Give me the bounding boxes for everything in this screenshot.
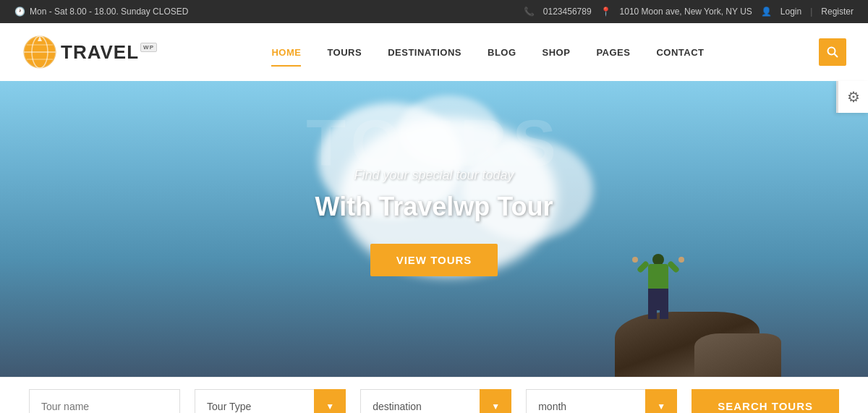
search-bar: Tour Type Adventure Cultural Beach Mount… xyxy=(0,377,868,413)
clock-icon: 🕐 xyxy=(14,7,25,17)
top-bar: 🕐 Mon - Sat 8.00 - 18.00. Sunday CLOSED … xyxy=(0,0,868,23)
destination-wrapper: destination Paris New York Tokyo London … xyxy=(360,389,511,414)
hero-subtitle: Find your special tour today xyxy=(315,168,553,183)
nav-tours[interactable]: TOURS xyxy=(314,27,375,78)
svg-point-6 xyxy=(828,48,835,55)
logo-travel-text: TRAVELWP xyxy=(61,41,157,64)
separator: | xyxy=(810,7,812,17)
settings-panel[interactable]: ⚙ xyxy=(836,81,868,113)
rock-element xyxy=(579,290,796,377)
person-silhouette xyxy=(644,254,673,319)
wp-badge: WP xyxy=(140,43,157,52)
search-icon xyxy=(827,46,838,58)
nav-search-button[interactable] xyxy=(819,38,846,66)
svg-line-7 xyxy=(835,54,838,58)
hours-text: Mon - Sat 8.00 - 18.00. Sunday CLOSED xyxy=(30,7,188,17)
month-wrapper: month January February March April May J… xyxy=(526,389,677,414)
login-link[interactable]: Login xyxy=(780,7,801,17)
pin-icon: 📍 xyxy=(600,7,611,17)
search-tours-button[interactable]: SEARCH TOURS xyxy=(692,389,839,414)
globe-icon xyxy=(22,34,58,70)
logo[interactable]: TRAVELWP xyxy=(22,34,157,70)
month-select[interactable]: month January February March April May J… xyxy=(526,389,677,414)
register-link[interactable]: Register xyxy=(821,7,854,17)
phone-text: 0123456789 xyxy=(543,7,592,17)
top-bar-left: 🕐 Mon - Sat 8.00 - 18.00. Sunday CLOSED xyxy=(14,7,188,17)
hero-content: Find your special tour today With Travel… xyxy=(315,168,553,276)
address-text: 1010 Moon ave, New York, NY US xyxy=(620,7,752,17)
top-bar-right: 📞 0123456789 📍 1010 Moon ave, New York, … xyxy=(524,7,854,17)
view-tours-button[interactable]: VIEW TOURS xyxy=(370,244,498,276)
tour-name-input[interactable] xyxy=(29,389,180,414)
hero-section: ToURS Find your special tour today With … xyxy=(0,81,868,377)
nav-destinations[interactable]: DESTINATIONS xyxy=(375,27,475,78)
nav-pages[interactable]: PAGES xyxy=(583,27,643,78)
phone-icon: 📞 xyxy=(524,7,535,17)
tour-type-wrapper: Tour Type Adventure Cultural Beach Mount… xyxy=(195,389,346,414)
nav-blog[interactable]: BLOG xyxy=(475,27,529,78)
destination-select[interactable]: destination Paris New York Tokyo London xyxy=(360,389,511,414)
hero-title: With Travelwp Tour xyxy=(315,192,553,222)
user-icon: 👤 xyxy=(761,7,772,17)
nav-home[interactable]: HOME xyxy=(258,27,314,78)
tour-name-wrapper xyxy=(29,389,180,414)
nav-shop[interactable]: SHOP xyxy=(529,27,584,78)
nav-contact[interactable]: CONTACT xyxy=(643,27,717,78)
tour-type-select[interactable]: Tour Type Adventure Cultural Beach Mount… xyxy=(195,389,346,414)
settings-icon: ⚙ xyxy=(847,88,860,106)
main-nav: HOME TOURS DESTINATIONS BLOG SHOP PAGES … xyxy=(258,27,717,78)
navbar: TRAVELWP HOME TOURS DESTINATIONS BLOG SH… xyxy=(0,23,868,81)
